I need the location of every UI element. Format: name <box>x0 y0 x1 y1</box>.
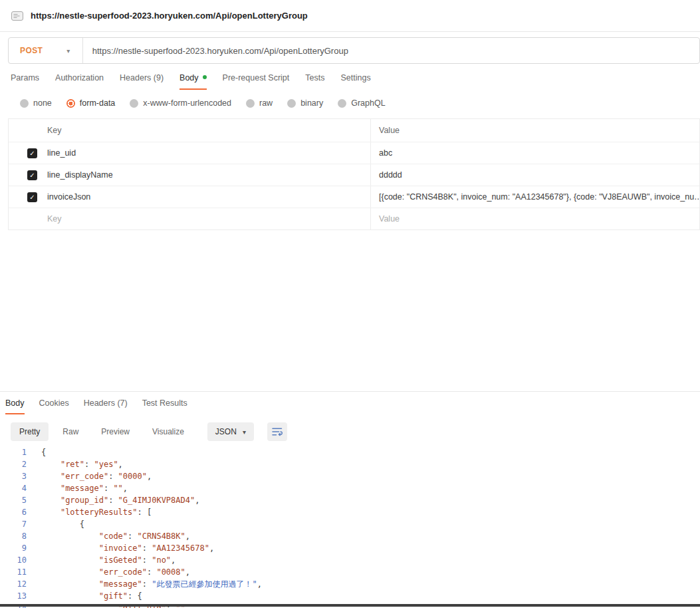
param-key[interactable]: invoiceJson <box>47 192 90 202</box>
tab-body-label: Body <box>179 73 199 82</box>
radio-icon <box>338 99 346 108</box>
key-column-header: Key <box>47 126 62 135</box>
response-tab-cookies[interactable]: Cookies <box>39 398 69 414</box>
code-line: 9 "invoice": "AA12345678", <box>0 542 700 554</box>
code-line: 2 "ret": "yes", <box>0 458 700 470</box>
param-value[interactable]: abc <box>370 142 699 164</box>
mode-form-data[interactable]: form-data <box>66 98 116 108</box>
window-bottom-edge <box>0 604 700 607</box>
request-title: https://nestle-superfood-2023.horyuken.c… <box>31 11 308 21</box>
radio-icon <box>287 99 296 108</box>
mode-label: GraphQL <box>351 98 385 108</box>
code-line: 7 { <box>0 518 700 530</box>
response-view-toolbar: Pretty Raw Preview Visualize JSON ▾ <box>11 422 700 441</box>
row-enabled-checkbox[interactable]: ✓ <box>27 170 37 180</box>
window-header: https://nestle-superfood-2023.horyuken.c… <box>0 0 700 32</box>
request-tab-icon <box>11 9 24 23</box>
tab-params[interactable]: Params <box>11 73 39 90</box>
mode-label: x-www-form-urlencoded <box>143 98 231 108</box>
mode-binary[interactable]: binary <box>287 98 323 108</box>
param-value[interactable]: [{code: "CRNS4B8K", invoice_num: "AA1234… <box>370 186 699 208</box>
method-label: POST <box>20 46 43 55</box>
code-line: 12 "message": "此發票已經參加使用過了！", <box>0 578 700 590</box>
code-line-content: "code": "CRNS4B8K", <box>32 530 190 542</box>
code-editor[interactable]: 1{2 "ret": "yes",3 "err_code": "0000",4 … <box>0 446 700 608</box>
tab-body[interactable]: Body <box>179 73 207 90</box>
key-input-placeholder[interactable]: Key <box>47 214 62 224</box>
code-line: 13 "gift": { <box>0 590 700 602</box>
code-line: 6 "lotteryResults": [ <box>0 506 700 518</box>
code-line-content: "isGeted": "no", <box>32 554 175 566</box>
code-line-content: "err_code": "0000", <box>32 470 152 482</box>
code-line: 10 "isGeted": "no", <box>0 554 700 566</box>
line-number: 11 <box>0 566 32 578</box>
code-line-content: { <box>32 518 84 530</box>
row-enabled-checkbox[interactable]: ✓ <box>27 148 37 158</box>
radio-selected-icon <box>66 99 75 108</box>
form-data-rows: ✓line_uidabc✓line_displayNameddddd✓invoi… <box>9 142 699 208</box>
chevron-down-icon: ▾ <box>66 47 70 55</box>
chevron-down-icon: ▾ <box>243 428 246 436</box>
table-header-row: Key Value <box>9 119 699 142</box>
form-data-row: ✓line_uidabc <box>9 142 699 164</box>
request-tabs: Params Authorization Headers (9) Body Pr… <box>11 73 700 90</box>
code-line-content: { <box>32 446 46 458</box>
format-label: JSON <box>215 427 237 436</box>
line-number: 6 <box>0 506 32 518</box>
mode-graphql[interactable]: GraphQL <box>338 98 385 108</box>
code-line: 3 "err_code": "0000", <box>0 470 700 482</box>
method-selector[interactable]: POST ▾ <box>9 38 82 63</box>
tab-headers[interactable]: Headers (9) <box>120 73 164 90</box>
code-line-content: "ret": "yes", <box>32 458 123 470</box>
code-line-content: "invoice": "AA12345678", <box>32 542 214 554</box>
form-data-row: ✓invoiceJson[{code: "CRNS4B8K", invoice_… <box>9 186 699 208</box>
code-line-content: "lotteryResults": [ <box>32 506 152 518</box>
code-line: 11 "err_code": "0008", <box>0 566 700 578</box>
view-preview-button[interactable]: Preview <box>92 422 138 441</box>
line-number: 7 <box>0 518 32 530</box>
body-mode-options: none form-data x-www-form-urlencoded raw… <box>20 98 700 108</box>
mode-raw[interactable]: raw <box>246 98 273 108</box>
url-input[interactable] <box>83 46 699 56</box>
code-line-content: "message": "", <box>32 482 128 494</box>
form-data-row: ✓line_displayNameddddd <box>9 164 699 186</box>
mode-none[interactable]: none <box>20 98 52 108</box>
tab-pre-request-script[interactable]: Pre-request Script <box>223 73 290 90</box>
wrap-text-button[interactable] <box>267 422 287 441</box>
view-visualize-button[interactable]: Visualize <box>144 422 193 441</box>
param-key[interactable]: line_displayName <box>47 170 113 180</box>
mode-label: binary <box>300 98 323 108</box>
line-number: 4 <box>0 482 32 494</box>
row-enabled-checkbox[interactable]: ✓ <box>27 192 37 202</box>
response-tab-headers[interactable]: Headers (7) <box>84 398 128 414</box>
response-tab-test-results[interactable]: Test Results <box>142 398 187 414</box>
radio-icon <box>130 99 138 108</box>
value-input-placeholder[interactable]: Value <box>370 208 699 229</box>
line-number: 5 <box>0 494 32 506</box>
empty-area <box>0 230 700 391</box>
tab-tests[interactable]: Tests <box>305 73 324 90</box>
param-key[interactable]: line_uid <box>47 148 76 158</box>
line-number: 1 <box>0 446 32 458</box>
line-number: 13 <box>0 590 32 602</box>
line-number: 8 <box>0 530 32 542</box>
view-raw-button[interactable]: Raw <box>54 422 87 441</box>
code-line: 8 "code": "CRNS4B8K", <box>0 530 700 542</box>
response-tabs: Body Cookies Headers (7) Test Results <box>0 391 700 414</box>
mode-x-www-form-urlencoded[interactable]: x-www-form-urlencoded <box>130 98 231 108</box>
param-value[interactable]: ddddd <box>370 164 699 186</box>
code-line: 4 "message": "", <box>0 482 700 494</box>
tab-settings[interactable]: Settings <box>340 73 370 90</box>
radio-icon <box>246 99 255 108</box>
response-panel: Body Cookies Headers (7) Test Results Pr… <box>0 391 700 608</box>
code-line-content: "gift": { <box>32 590 142 602</box>
format-selector[interactable]: JSON ▾ <box>207 422 254 441</box>
value-column-header: Value <box>370 119 699 142</box>
code-line-content: "err_code": "0008", <box>32 566 190 578</box>
code-line: 1{ <box>0 446 700 458</box>
view-pretty-button[interactable]: Pretty <box>11 422 49 441</box>
response-tab-body[interactable]: Body <box>5 398 25 414</box>
tab-authorization[interactable]: Authorization <box>55 73 104 90</box>
line-number: 9 <box>0 542 32 554</box>
new-param-row: Key Value <box>9 208 699 229</box>
